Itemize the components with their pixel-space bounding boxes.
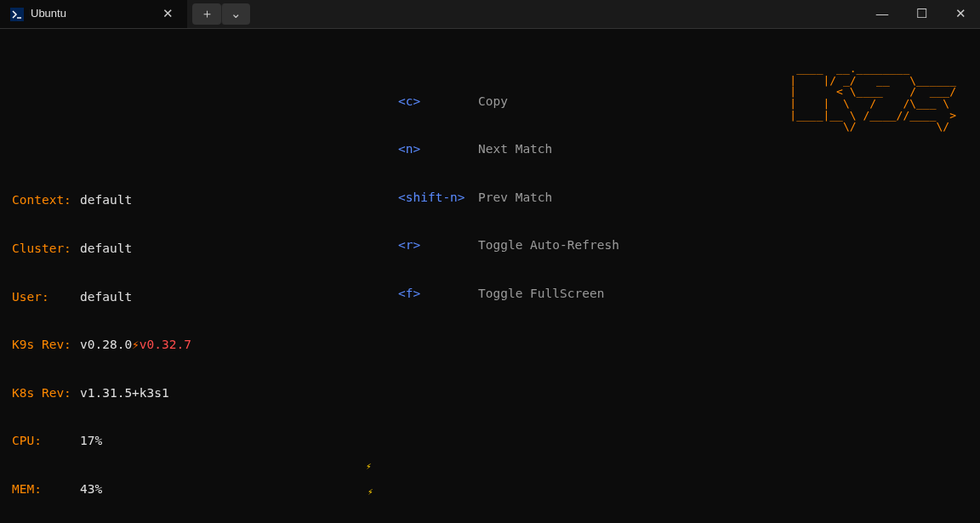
cluster-label: Cluster: [12, 241, 80, 257]
window-close-button[interactable]: ✕ [941, 0, 980, 28]
mem-label: MEM: [12, 481, 80, 497]
hint-key: <n> [398, 141, 471, 157]
hint-key: <r> [398, 237, 471, 253]
hint-key: <c> [398, 94, 471, 110]
k8s-rev-label: K8s Rev: [12, 385, 80, 401]
tab-dropdown-button[interactable]: ⌄ [221, 3, 250, 25]
hint-desc: Next Match [478, 141, 552, 157]
hint-desc: Toggle FullScreen [478, 286, 604, 302]
k9s-rev-value: v0.28.0 [80, 337, 132, 353]
keyboard-hints: <c>Copy <n>Next Match <shift-n>Prev Matc… [398, 61, 619, 333]
k8s-rev-value: v1.31.5+k3s1 [80, 385, 169, 401]
hint-key: <f> [398, 286, 471, 302]
window-minimize-button[interactable]: — [863, 0, 902, 28]
cpu-value: 17% [80, 433, 102, 449]
new-tab-button[interactable]: ＋ [192, 3, 221, 25]
tab-title: Ubuntu [31, 7, 66, 21]
lightning-icon: ⚡ [368, 486, 373, 498]
cpu-label: CPU: [12, 433, 80, 449]
context-value: default [80, 192, 132, 208]
lightning-icon: ⚡ [132, 337, 140, 353]
k9s-rev-latest: v0.32.7 [140, 337, 191, 353]
lightning-icon: ⚡ [366, 461, 372, 473]
powershell-icon [10, 8, 24, 21]
titlebar: Ubuntu ✕ ＋ ⌄ — ☐ ✕ [0, 0, 980, 29]
terminal-tab[interactable]: Ubuntu ✕ [0, 0, 187, 28]
hint-desc: Prev Match [478, 190, 552, 206]
user-label: User: [12, 289, 80, 305]
context-label: Context: [12, 192, 80, 208]
hint-key: <shift-n> [398, 190, 471, 206]
hint-desc: Copy [478, 94, 508, 110]
k9s-ascii-logo: ____ __.________ | |/ _/ __ \______ | < … [789, 63, 956, 133]
k9s-rev-label: K9s Rev: [12, 337, 80, 353]
cluster-value: default [80, 241, 132, 257]
window-maximize-button[interactable]: ☐ [902, 0, 941, 28]
mem-value: 43% [80, 481, 102, 497]
hint-desc: Toggle Auto-Refresh [478, 237, 619, 253]
tab-close-button[interactable]: ✕ [159, 6, 177, 22]
terminal-body: ____ __.________ | |/ _/ __ \______ | < … [0, 29, 980, 523]
user-value: default [80, 289, 132, 305]
